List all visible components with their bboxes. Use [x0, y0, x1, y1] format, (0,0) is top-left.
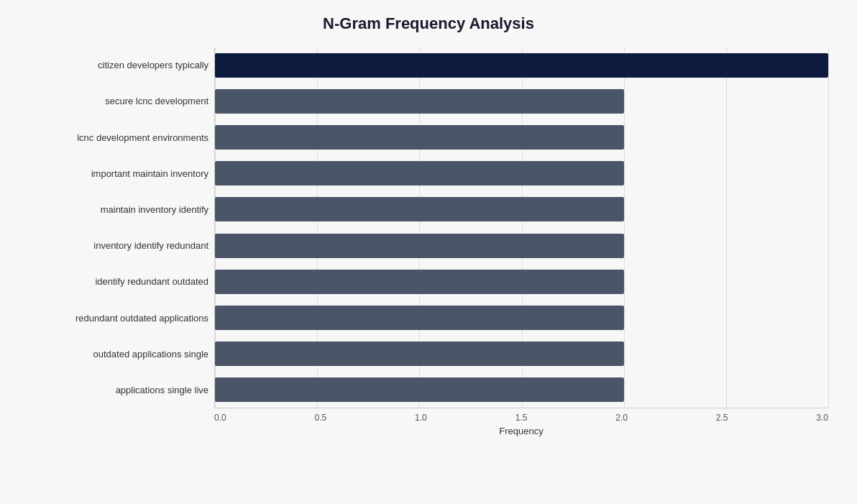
- bar: [215, 234, 624, 258]
- x-axis: 0.00.51.01.52.02.53.0: [214, 408, 828, 423]
- y-label: inventory identify redundant: [29, 228, 208, 264]
- bar-row: [215, 155, 828, 191]
- x-tick: 2.5: [716, 413, 728, 423]
- y-label: applications single live: [29, 372, 208, 408]
- bar-row: [215, 264, 828, 300]
- grid-line: [828, 47, 829, 408]
- chart-area: citizen developers typicallysecure lcnc …: [29, 47, 828, 436]
- x-tick: 1.0: [415, 413, 427, 423]
- x-tick: 0.0: [214, 413, 226, 423]
- x-tick: 0.5: [315, 413, 327, 423]
- bar: [215, 89, 624, 114]
- y-label: redundant outdated applications: [29, 300, 208, 336]
- y-label: citizen developers typically: [29, 47, 208, 83]
- bar-row: [215, 228, 828, 264]
- bar: [215, 342, 624, 366]
- bar: [215, 53, 828, 78]
- bar: [215, 306, 624, 330]
- y-label: identify redundant outdated: [29, 264, 208, 300]
- y-label: outdated applications single: [29, 336, 208, 372]
- bar: [215, 377, 624, 402]
- bar-row: [215, 372, 828, 408]
- x-ticks: 0.00.51.01.52.02.53.0: [214, 413, 828, 423]
- bar-row: [215, 47, 828, 83]
- bar-row: [215, 191, 828, 227]
- bar-row: [215, 83, 828, 119]
- y-label: important maintain inventory: [29, 156, 208, 192]
- bars-wrapper: [215, 47, 828, 408]
- chart-title: N-Gram Frequency Analysis: [29, 14, 828, 33]
- y-labels: citizen developers typicallysecure lcnc …: [29, 47, 214, 408]
- y-label: maintain inventory identify: [29, 192, 208, 228]
- bar-row: [215, 300, 828, 336]
- x-tick: 1.5: [515, 413, 528, 423]
- x-axis-label: Frequency: [214, 426, 828, 436]
- chart-container: N-Gram Frequency Analysis citizen develo…: [0, 0, 857, 504]
- y-label: secure lcnc development: [29, 83, 208, 119]
- y-label: lcnc development environments: [29, 119, 208, 155]
- bar-row: [215, 119, 828, 155]
- plot-area: [214, 47, 828, 408]
- bar: [215, 270, 624, 294]
- x-tick: 3.0: [816, 413, 828, 423]
- bar: [215, 125, 624, 150]
- bars-section: citizen developers typicallysecure lcnc …: [29, 47, 828, 408]
- bar: [215, 161, 624, 185]
- bar: [215, 197, 624, 221]
- x-tick: 2.0: [615, 413, 628, 423]
- bar-row: [215, 336, 828, 372]
